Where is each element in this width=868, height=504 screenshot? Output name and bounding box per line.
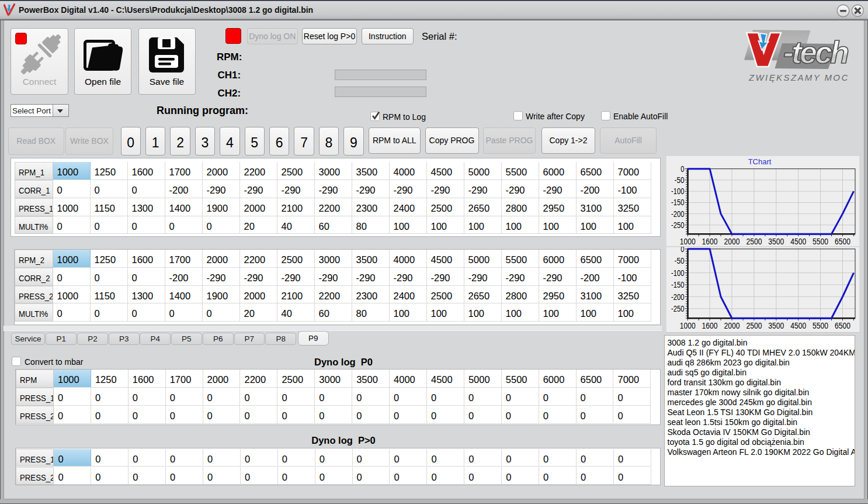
- svg-text:5500: 5500: [813, 236, 828, 246]
- svg-text:1600: 1600: [702, 236, 717, 246]
- svg-text:-50: -50: [674, 175, 684, 185]
- svg-text:3500: 3500: [768, 321, 784, 330]
- svg-text:0: 0: [680, 247, 684, 254]
- svg-text:2500: 2500: [746, 321, 762, 330]
- svg-text:-100: -100: [671, 268, 685, 278]
- svg-text:4500: 4500: [790, 321, 806, 330]
- svg-text:-250: -250: [671, 220, 685, 230]
- svg-text:-150: -150: [671, 280, 685, 289]
- svg-text:1000: 1000: [679, 236, 695, 246]
- svg-text:6500: 6500: [835, 321, 850, 330]
- svg-text:2000: 2000: [724, 321, 739, 330]
- svg-text:-200: -200: [671, 292, 685, 302]
- svg-text:-150: -150: [671, 198, 685, 207]
- svg-text:1000: 1000: [679, 321, 695, 330]
- svg-text:6500: 6500: [835, 236, 850, 246]
- svg-text:2500: 2500: [746, 236, 762, 246]
- svg-text:0: 0: [680, 164, 684, 173]
- svg-text:1600: 1600: [702, 321, 717, 330]
- svg-text:-200: -200: [671, 209, 685, 218]
- svg-text:4500: 4500: [790, 236, 806, 246]
- svg-text:2000: 2000: [724, 236, 739, 246]
- svg-text:TChart: TChart: [748, 157, 771, 166]
- svg-text:-50: -50: [674, 256, 684, 265]
- svg-text:-250: -250: [671, 304, 685, 313]
- svg-text:-tech: -tech: [783, 34, 848, 70]
- svg-text:3500: 3500: [768, 236, 784, 246]
- svg-text:-100: -100: [671, 187, 685, 196]
- svg-text:5500: 5500: [813, 321, 828, 330]
